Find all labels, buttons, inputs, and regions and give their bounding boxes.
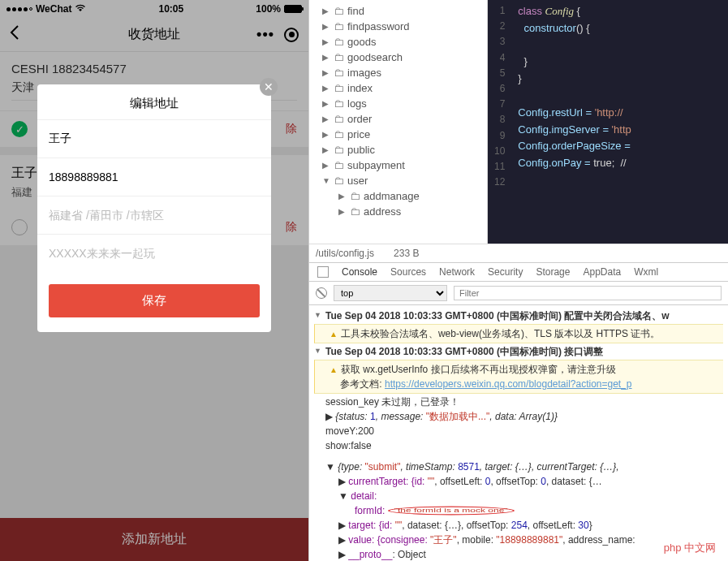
line-gutter: 123456789101112: [488, 0, 511, 244]
tree-item-goodsearch[interactable]: ▶🗀goodsearch: [309, 50, 487, 65]
tab-appdata[interactable]: AppData: [583, 266, 621, 278]
console-output[interactable]: Tue Sep 04 2018 10:03:33 GMT+0800 (中国标准时…: [309, 305, 728, 561]
tree-item-address[interactable]: ▶🗀address: [309, 204, 487, 219]
modal-title: 编辑地址: [37, 84, 271, 120]
mobile-simulator: WeChat 10:05 100% 收货地址 ••• CESHI 1882345…: [0, 0, 308, 561]
file-path: /utils/config.js: [316, 248, 374, 259]
log-object[interactable]: ▼ {type: "submit", timeStamp: 8571, targ…: [314, 460, 723, 474]
watermark: php 中文网: [660, 540, 720, 556]
modal-overlay[interactable]: ✕ 编辑地址 保存: [0, 0, 308, 561]
filter-input[interactable]: [454, 286, 722, 300]
tree-item-find[interactable]: ▶🗀find: [309, 3, 487, 19]
log-warning: 获取 wx.getUserInfo 接口后续将不再出现授权弹窗，请注意升级 参考…: [314, 360, 723, 394]
code-content: class Config { constructor() { } } Confi…: [511, 0, 640, 244]
tree-item-goods[interactable]: ▶🗀goods: [309, 34, 487, 50]
tree-item-findpassword[interactable]: ▶🗀findpassword: [309, 19, 487, 34]
region-field[interactable]: [37, 196, 271, 235]
tab-security[interactable]: Security: [488, 266, 523, 278]
log-object-prop[interactable]: ▶ currentTarget: {id: "", offsetLeft: 0,…: [314, 474, 723, 489]
phone-field[interactable]: [37, 158, 271, 196]
log-line: show:false: [314, 438, 723, 453]
tree-item-addmanage[interactable]: ▶🗀addmanage: [309, 188, 487, 204]
tree-item-subpayment[interactable]: ▶🗀subpayment: [309, 158, 487, 173]
tree-item-user[interactable]: ▼🗀user: [309, 173, 487, 188]
clear-console-icon[interactable]: [316, 287, 327, 299]
log-line: session_key 未过期，已登录！: [314, 395, 723, 409]
log-object-prop[interactable]: ▼ detail:: [314, 489, 723, 503]
tree-item-price[interactable]: ▶🗀price: [309, 127, 487, 142]
doc-link[interactable]: https://developers.weixin.qq.com/blogdet…: [385, 378, 632, 390]
console-filter-row: top: [309, 282, 728, 305]
log-formid: formId: "the formId is a mock one": [314, 503, 723, 518]
inspect-icon[interactable]: [317, 266, 329, 278]
tab-console[interactable]: Console: [342, 266, 377, 278]
save-button[interactable]: 保存: [49, 284, 260, 317]
log-line[interactable]: Tue Sep 04 2018 10:03:33 GMT+0800 (中国标准时…: [314, 309, 723, 323]
tree-item-index[interactable]: ▶🗀index: [309, 80, 487, 96]
log-warning: 工具未校验合法域名、web-view(业务域名)、TLS 版本以及 HTTPS …: [314, 324, 723, 343]
name-field[interactable]: [37, 120, 271, 158]
log-line: moveY:200: [314, 424, 723, 438]
context-select[interactable]: top: [334, 285, 447, 301]
file-size: 233 B: [394, 248, 419, 259]
tab-storage[interactable]: Storage: [536, 266, 570, 278]
log-object[interactable]: ▶ {status: 1, message: "数据加载中...", data:…: [314, 409, 723, 424]
tree-item-order[interactable]: ▶🗀order: [309, 111, 487, 127]
devtools-tabs: Console Sources Network Security Storage…: [309, 262, 728, 282]
detail-field[interactable]: [37, 235, 271, 272]
close-icon[interactable]: ✕: [260, 78, 278, 96]
log-object-prop[interactable]: ▶ target: {id: "", dataset: {…}, offsetT…: [314, 518, 723, 533]
tree-item-public[interactable]: ▶🗀public: [309, 142, 487, 158]
file-tree[interactable]: ▶🗀find▶🗀findpassword▶🗀goods▶🗀goodsearch▶…: [309, 0, 488, 244]
tree-item-images[interactable]: ▶🗀images: [309, 65, 487, 80]
log-line[interactable]: Tue Sep 04 2018 10:03:33 GMT+0800 (中国标准时…: [314, 344, 723, 359]
code-editor[interactable]: 123456789101112 class Config { construct…: [488, 0, 728, 244]
tab-network[interactable]: Network: [439, 266, 475, 278]
tab-wxml[interactable]: Wxml: [634, 266, 658, 278]
editor-status-bar: /utils/config.js 233 B: [309, 244, 728, 262]
edit-address-modal: ✕ 编辑地址 保存: [37, 84, 271, 332]
tab-sources[interactable]: Sources: [390, 266, 426, 278]
tree-item-logs[interactable]: ▶🗀logs: [309, 96, 487, 111]
devtools-panel: ▶🗀find▶🗀findpassword▶🗀goods▶🗀goodsearch▶…: [308, 0, 728, 561]
